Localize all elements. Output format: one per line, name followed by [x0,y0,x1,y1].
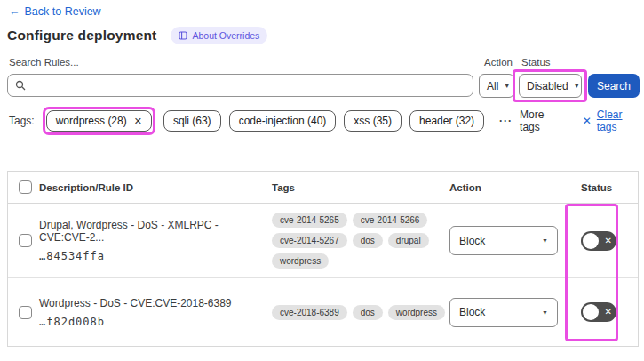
title-row: Configure deployment About Overrides [7,27,267,44]
about-overrides-badge[interactable]: About Overrides [171,27,267,44]
action-select[interactable]: Block ▼ [449,226,558,255]
close-icon: ✕ [583,115,592,127]
back-arrow-icon: ← [9,5,20,18]
action-filter-value: All [487,80,498,92]
search-icon [15,80,26,91]
more-tags-label: More tags [520,108,566,133]
rule-tags: cve-2018-6389 dos wordpress [272,305,448,320]
toggle-off-icon: ✕ [605,307,612,317]
column-header-action: Action [449,182,574,193]
chevron-down-icon: ▼ [542,237,548,244]
rule-tag-pill: drupal [388,233,429,248]
rule-tag-pill: wordpress [272,253,329,269]
more-tags-button[interactable]: ··· More tags [499,108,566,133]
row-checkbox[interactable] [19,306,32,319]
tag-chip-label: sqli (63) [173,115,211,127]
toggle-off-icon: ✕ [605,236,612,245]
toggle-knob [583,233,599,249]
about-overrides-label: About Overrides [192,30,259,41]
back-link-label: Back to Review [25,5,101,18]
rule-tag-pill: cve-2014-5266 [353,213,428,228]
rule-description: Drupal, Wordpress - DoS - XMLRPC - CVE:C… [39,219,261,244]
rules-table: Description/Rule ID Tags Action Status D… [7,171,639,347]
column-header-description: Description/Rule ID [39,182,272,193]
tag-chip-sqli[interactable]: sqli (63) [163,110,221,132]
column-header-status: Status [574,182,638,193]
selected-tag-highlight: wordpress (28) ✕ [43,107,155,135]
rule-tag-pill: cve-2014-5267 [272,233,347,248]
search-rules-box [7,74,473,97]
action-select-value: Block [459,306,485,318]
table-row: Drupal, Wordpress - DoS - XMLRPC - CVE:C… [8,204,638,278]
column-header-tags: Tags [272,182,449,193]
configure-deployment-page: ← Back to Review Configure deployment Ab… [0,0,644,361]
tag-chip-code-injection[interactable]: code-injection (40) [229,110,337,132]
select-all-checkbox[interactable] [19,180,32,194]
toggle-knob [583,304,599,320]
search-button[interactable]: Search [588,74,640,98]
clear-tags-label: Clear tags [597,108,644,133]
action-select-value: Block [459,235,485,247]
rule-tag-pill: wordpress [388,305,445,320]
status-filter-value: Disabled [527,80,568,92]
tag-chip-label: wordpress (28) [56,115,127,127]
action-filter-dropdown[interactable]: All ▼ [479,74,514,98]
rule-tag-pill: cve-2018-6389 [272,305,347,320]
tag-chip-label: xss (35) [354,115,392,127]
chevron-down-icon: ▼ [542,309,548,316]
status-toggle-off[interactable]: ✕ [581,231,616,251]
tags-filter-bar: Tags: wordpress (28) ✕ sqli (63) code-in… [9,107,644,135]
tag-chip-xss[interactable]: xss (35) [344,110,402,132]
tag-chip-label: header (32) [419,115,474,127]
page-title: Configure deployment [7,28,156,44]
rule-id: …84534ffa [39,250,261,262]
rule-tag-pill: cve-2014-5265 [272,213,347,228]
back-to-review-link[interactable]: ← Back to Review [9,5,101,18]
tags-bar-label: Tags: [9,115,35,127]
rule-tags: cve-2014-5265 cve-2014-5266 cve-2014-526… [272,213,448,269]
tag-chip-label: code-injection (40) [239,115,327,127]
chevron-down-icon: ▼ [574,83,580,89]
chevron-down-icon: ▼ [504,83,510,89]
clear-tags-link[interactable]: ✕ Clear tags [583,108,644,133]
row-checkbox[interactable] [19,234,32,247]
search-rules-label: Search Rules... [9,57,79,68]
action-select[interactable]: Block ▼ [449,298,558,327]
table-header-row: Description/Rule ID Tags Action Status [8,172,638,204]
status-toggle-off[interactable]: ✕ [581,302,616,322]
tag-chip-wordpress[interactable]: wordpress (28) ✕ [46,110,152,132]
status-filter-dropdown[interactable]: Disabled ▼ [519,74,582,98]
rule-tag-pill: dos [353,305,383,320]
rule-tag-pill: dos [353,233,383,248]
status-filter-label: Status [521,57,551,68]
tag-chip-header[interactable]: header (32) [409,110,484,132]
rule-description: Wordpress - DoS - CVE:CVE-2018-6389 [39,297,261,309]
book-icon [179,31,187,40]
search-rules-input[interactable] [31,79,465,92]
ellipsis-icon: ··· [499,115,513,127]
action-filter-label: Action [484,57,513,68]
remove-tag-icon[interactable]: ✕ [134,116,142,127]
table-row: Wordpress - DoS - CVE:CVE-2018-6389 …f82… [8,278,638,346]
rule-id: …f82d008b [39,316,261,328]
